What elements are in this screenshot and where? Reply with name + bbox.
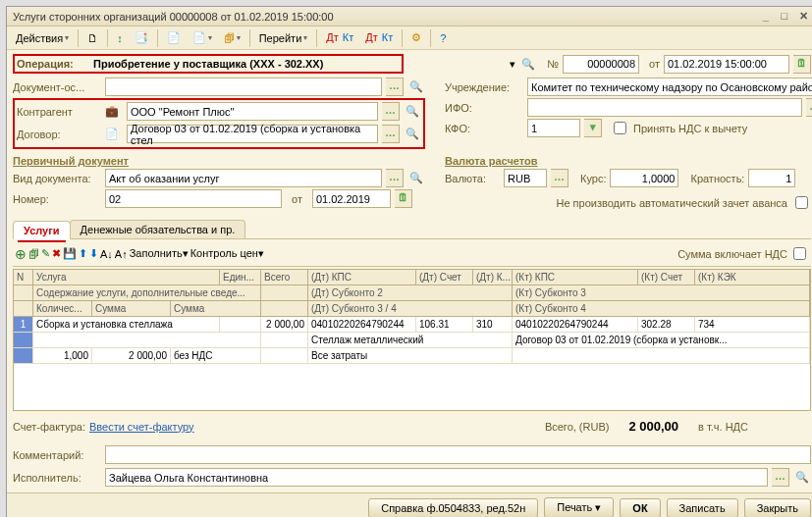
tb-icon-3[interactable]: 📑 <box>130 28 153 47</box>
kfo-dropdown[interactable]: ▾ <box>584 119 602 137</box>
contragent-label: Контрагент <box>17 106 97 118</box>
contragent-input[interactable]: ООО "Ремонт Плюс" <box>127 102 378 121</box>
totals-vtch: в т.ч. НДС <box>698 421 748 433</box>
maximize-icon[interactable]: □ <box>777 10 792 22</box>
edit-row-icon[interactable]: ✎ <box>41 247 50 260</box>
operation-search-icon[interactable]: 🔍 <box>519 58 537 71</box>
tb-icon-4[interactable]: 📄 <box>162 28 186 47</box>
minimize-icon[interactable]: _ <box>758 10 774 22</box>
fill-menu[interactable]: Заполнить▾ <box>130 247 189 260</box>
comment-input[interactable] <box>105 445 811 464</box>
actions-menu[interactable]: Действия▾ <box>11 29 74 47</box>
kfo-label: КФО: <box>445 123 523 134</box>
nomer-input[interactable]: 02 <box>105 189 282 208</box>
nomer-label: Номер: <box>13 193 101 205</box>
vid-label: Вид документа: <box>13 173 101 184</box>
tb-icon-6[interactable]: 🗐▾ <box>219 29 245 47</box>
add-row-copy-icon[interactable]: 🗐 <box>28 248 39 260</box>
services-grid[interactable]: N Услуга Един... Всего (Дт) КПС (Дт) Сче… <box>13 269 811 411</box>
dtkt-icon-2[interactable]: ДтКт <box>360 30 398 45</box>
help-icon[interactable]: ? <box>435 29 451 47</box>
print-button[interactable]: Печать ▾ <box>544 497 614 517</box>
h-ktsub3: (Кт) Субконто 3 <box>513 285 810 300</box>
h-edin: Един... <box>220 270 261 284</box>
doc-os-picker[interactable]: … <box>386 78 404 96</box>
h-dtkps: (Дт) КПС <box>308 270 416 284</box>
delete-row-icon[interactable]: ✖ <box>52 247 61 260</box>
window: Услуги сторонних организаций 00000008 от… <box>6 6 812 517</box>
operation-box: Операция: Приобретение у поставщика (XXX… <box>13 54 404 74</box>
dogovor-picker[interactable]: … <box>382 125 400 143</box>
price-control-menu[interactable]: Контроль цен▾ <box>190 247 264 260</box>
pd-date-input[interactable]: 01.02.2019 <box>312 189 391 208</box>
close-icon[interactable]: ✕ <box>795 10 811 23</box>
h-sod: Содержание услуги, дополнительные сведе.… <box>33 285 261 300</box>
h-ktkek: (Кт) КЭК <box>695 270 810 284</box>
contragent-picker[interactable]: … <box>382 102 400 121</box>
settings-icon[interactable]: ⚙ <box>406 28 426 47</box>
calendar-icon[interactable]: 🗓 <box>793 55 811 74</box>
dtkt-icon[interactable]: ДтКт <box>321 30 358 45</box>
kurs-input[interactable]: 1,0000 <box>610 169 678 187</box>
sort-za-icon[interactable]: A↑ <box>115 248 128 260</box>
table-row[interactable]: 1 Сборка и установка стеллажа 2 000,00 0… <box>14 317 810 333</box>
dogovor-input[interactable]: Договор 03 от 01.02.2019 (сборка и устан… <box>127 125 378 143</box>
executor-search[interactable]: 🔍 <box>793 471 811 484</box>
move-down-icon[interactable]: ⬇ <box>89 247 98 260</box>
no-avans-checkbox[interactable] <box>795 196 808 209</box>
kfo-input[interactable]: 1 <box>527 119 580 137</box>
sort-az-icon[interactable]: A↓ <box>100 248 113 260</box>
ifo-picker[interactable]: … <box>806 98 812 117</box>
sum-incl-nds-checkbox[interactable] <box>793 247 806 260</box>
move-up-icon[interactable]: ⬆ <box>79 247 87 260</box>
goto-menu[interactable]: Перейти▾ <box>254 29 313 47</box>
h-dtsub34: (Дт) Субконто 3 / 4 <box>308 301 513 316</box>
vid-search[interactable]: 🔍 <box>407 172 425 184</box>
ok-button[interactable]: ОК <box>620 498 660 518</box>
doc-number[interactable]: 00000008 <box>563 55 639 74</box>
tb-icon-2[interactable]: ↕ <box>112 29 128 47</box>
save-button[interactable]: Записать <box>667 498 738 518</box>
table-row[interactable]: Стеллаж металлический Договор 03 от 01.0… <box>14 333 810 348</box>
close-button[interactable]: Закрыть <box>744 498 811 518</box>
vid-picker[interactable]: … <box>386 169 404 187</box>
valuta-input[interactable]: RUB <box>504 169 547 187</box>
h-ktschet: (Кт) Счет <box>638 270 695 284</box>
totals-value: 2 000,00 <box>628 419 678 434</box>
spravka-button[interactable]: Справка ф.0504833, ред.52н <box>368 498 538 518</box>
uchr-input[interactable]: Комитет по техническому надзору по Осано… <box>527 78 812 96</box>
h-vsego: Всего <box>261 270 308 284</box>
ifo-input[interactable] <box>527 98 802 117</box>
main-toolbar: Действия▾ 🗋 ↕ 📑 📄 📄▾ 🗐▾ Перейти▾ ДтКт Дт… <box>7 26 812 50</box>
contragent-search[interactable]: 🔍 <box>404 105 421 118</box>
doc-os-search[interactable]: 🔍 <box>407 80 425 93</box>
currency-section: Валюта расчетов <box>445 155 811 167</box>
save-icon[interactable]: 💾 <box>63 247 77 260</box>
krat-input[interactable]: 1 <box>748 169 795 187</box>
tab-obligations[interactable]: Денежные обязательства и пр. <box>70 220 246 238</box>
primary-doc-section: Первичный документ <box>13 155 425 167</box>
doc-os-input[interactable] <box>105 78 382 96</box>
nds-accept-checkbox[interactable] <box>614 122 626 134</box>
executor-input[interactable]: Зайцева Ольга Константиновна <box>105 468 768 487</box>
tb-icon-5[interactable]: 📄▾ <box>188 28 217 47</box>
sf-link[interactable]: Ввести счет-фактуру <box>89 421 194 433</box>
table-row[interactable]: 1,000 2 000,00 без НДС Все затраты <box>14 348 810 364</box>
tb-icon-1[interactable]: 🗋 <box>82 29 103 47</box>
operation-dropdown-icon[interactable]: ▾ <box>510 58 515 71</box>
doc-date[interactable]: 01.02.2019 15:00:00 <box>664 55 789 74</box>
footer: Справка ф.0504833, ред.52н Печать ▾ ОК З… <box>7 492 812 517</box>
no-avans-label: Не производить автоматический зачет аван… <box>556 197 787 209</box>
operation-value: Приобретение у поставщика (XXX - 302.XX) <box>93 58 323 70</box>
executor-picker[interactable]: … <box>772 468 789 487</box>
tab-uslugi[interactable]: Услуги <box>13 221 71 239</box>
org-icon: 💼 <box>101 105 123 118</box>
vid-input[interactable]: Акт об оказании услуг <box>105 169 382 187</box>
sum-incl-nds-label: Сумма включает НДС <box>677 248 787 260</box>
valuta-picker[interactable]: … <box>551 169 568 187</box>
pd-date-picker[interactable]: 🗓 <box>395 189 412 208</box>
add-row-icon[interactable]: ⊕ <box>15 246 27 262</box>
nds-accept-label: Принять НДС к вычету <box>633 123 747 134</box>
krat-label: Кратность: <box>690 173 744 184</box>
dogovor-search[interactable]: 🔍 <box>404 128 421 140</box>
